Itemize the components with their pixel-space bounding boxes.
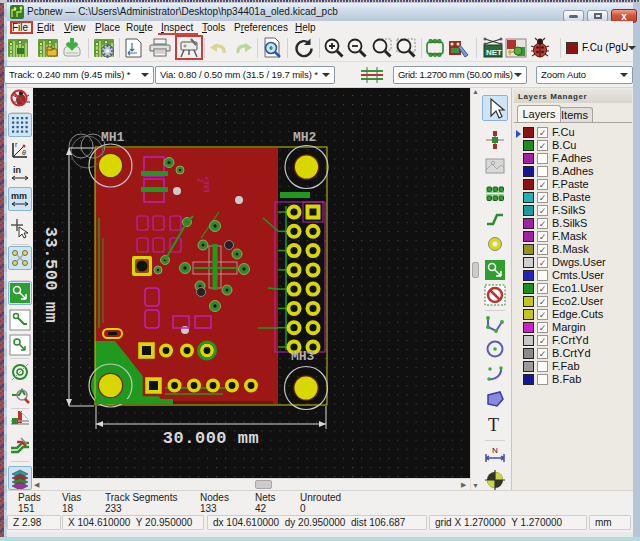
svg-text:30.000 mm: 30.000 mm: [163, 429, 259, 448]
svg-text:θ: θ: [22, 149, 26, 156]
svg-text:in: in: [13, 165, 21, 175]
svg-text:MH1: MH1: [101, 130, 125, 145]
svg-text:mm: mm: [11, 191, 27, 201]
svg-text:33.500 mm: 33.500 mm: [41, 227, 60, 323]
svg-text:MH3: MH3: [291, 349, 315, 364]
svg-text:N: N: [492, 446, 498, 455]
svg-text:NET: NET: [486, 48, 502, 57]
svg-text:r: r: [15, 141, 18, 148]
svg-text:2: 2: [196, 178, 204, 182]
svg-text:T: T: [488, 415, 499, 435]
svg-text:MH2: MH2: [293, 130, 317, 145]
